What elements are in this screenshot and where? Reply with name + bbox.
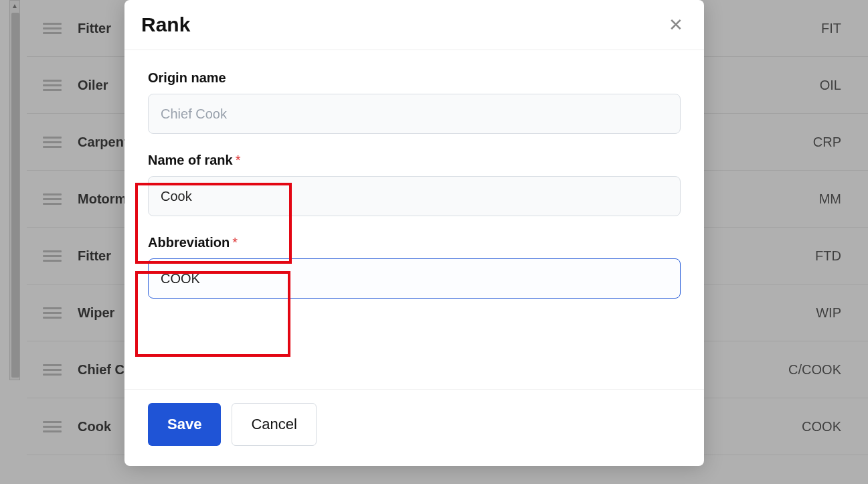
modal-header: Rank ✕ — [124, 0, 704, 50]
rank-modal: Rank ✕ Origin name Name of rank* Abbrevi… — [124, 0, 704, 466]
name-of-rank-field[interactable] — [148, 176, 681, 216]
save-button[interactable]: Save — [148, 403, 221, 446]
required-asterisk-icon: * — [232, 235, 238, 250]
origin-name-label: Origin name — [148, 70, 681, 86]
name-of-rank-label: Name of rank* — [148, 153, 681, 168]
origin-name-field[interactable] — [148, 94, 681, 134]
abbreviation-label: Abbreviation* — [148, 235, 681, 250]
modal-body: Origin name Name of rank* Abbreviation* — [124, 50, 704, 389]
abbreviation-field[interactable] — [148, 258, 681, 299]
name-of-rank-group: Name of rank* — [148, 153, 681, 216]
label-text: Name of rank — [148, 153, 233, 167]
cancel-button[interactable]: Cancel — [232, 403, 316, 446]
modal-title: Rank — [141, 13, 190, 36]
label-text: Abbreviation — [148, 235, 230, 250]
modal-footer: Save Cancel — [124, 389, 704, 466]
required-asterisk-icon: * — [236, 153, 241, 167]
close-icon[interactable]: ✕ — [668, 17, 684, 33]
abbreviation-group: Abbreviation* — [148, 235, 681, 299]
origin-name-group: Origin name — [148, 70, 681, 134]
